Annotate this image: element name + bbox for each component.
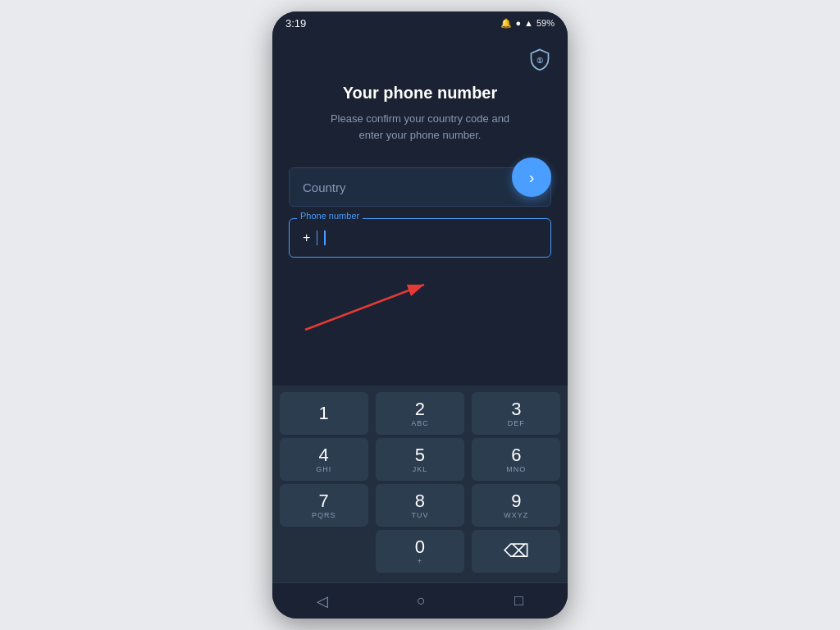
numpad-key-9[interactable]: 9WXYZ — [472, 484, 560, 527]
key-main-label: ⌫ — [504, 542, 529, 560]
key-sub-label: WXYZ — [504, 511, 528, 519]
numpad-key-7[interactable]: 7PQRS — [280, 484, 368, 527]
key-sub-label: GHI — [316, 465, 331, 473]
nav-bar: ◁ ○ □ — [272, 582, 568, 619]
key-main-label: 4 — [319, 446, 329, 464]
page-subtitle: Please confirm your country code and ent… — [322, 111, 518, 143]
wifi-icon: ● — [515, 18, 521, 28]
numpad-key-0[interactable]: 0+ — [376, 530, 464, 573]
key-main-label: 1 — [319, 404, 329, 422]
numpad-row-3: 0+⌫ — [276, 530, 564, 573]
numpad-row-0: 12ABC3DEF — [276, 392, 564, 435]
numpad: 12ABC3DEF4GHI5JKL6MNO7PQRS8TUV9WXYZ0+⌫ — [272, 386, 568, 582]
annotation-arrow — [297, 272, 461, 341]
numpad-key-6[interactable]: 6MNO — [472, 438, 560, 481]
key-main-label: 8 — [415, 492, 425, 510]
status-icons: 🔔 ● ▲ 59% — [500, 18, 555, 29]
numpad-key-3[interactable]: 3DEF — [472, 392, 560, 435]
numpad-row-1: 4GHI5JKL6MNO — [276, 438, 564, 481]
country-label: Country — [303, 180, 346, 194]
numpad-key-empty — [280, 530, 368, 573]
status-bar: 3:19 🔔 ● ▲ 59% — [272, 11, 568, 34]
key-main-label: 3 — [511, 400, 521, 418]
key-sub-label: DEF — [508, 419, 525, 427]
phone-number-field[interactable]: + — [289, 218, 551, 258]
next-arrow-icon: › — [529, 168, 535, 187]
phone-number-label: Phone number — [297, 211, 363, 221]
signal-icon: ▲ — [524, 18, 533, 28]
numpad-key-8[interactable]: 8TUV — [376, 484, 464, 527]
key-main-label: 5 — [415, 446, 425, 464]
back-nav-icon[interactable]: ◁ — [317, 592, 328, 610]
recent-nav-icon[interactable]: □ — [514, 592, 523, 609]
phone-number-container: Phone number + — [289, 218, 551, 258]
key-sub-label: PQRS — [312, 511, 336, 519]
numpad-key-4[interactable]: 4GHI — [280, 438, 368, 481]
key-sub-label: JKL — [413, 465, 428, 473]
battery-text: 59% — [536, 18, 555, 28]
key-main-label: 7 — [319, 492, 329, 510]
numpad-row-2: 7PQRS8TUV9WXYZ — [276, 484, 564, 527]
numpad-key-⌫[interactable]: ⌫ — [472, 530, 560, 573]
numpad-key-5[interactable]: 5JKL — [376, 438, 464, 481]
page-title: Your phone number — [343, 84, 498, 103]
phone-plus-sign: + — [303, 231, 310, 245]
numpad-key-1[interactable]: 1 — [280, 392, 368, 435]
svg-line-2 — [305, 285, 424, 330]
home-nav-icon[interactable]: ○ — [417, 592, 426, 609]
key-main-label: 6 — [511, 446, 521, 464]
alarm-icon: 🔔 — [500, 18, 512, 29]
status-time: 3:19 — [285, 17, 306, 30]
phone-frame: 3:19 🔔 ● ▲ 59% ① Your phone number Pleas… — [272, 11, 568, 619]
phone-cursor — [324, 231, 326, 245]
key-sub-label: MNO — [506, 465, 526, 473]
key-sub-label: + — [418, 557, 422, 565]
key-sub-label: TUV — [411, 511, 428, 519]
next-button[interactable]: › — [512, 158, 551, 197]
key-sub-label: ABC — [411, 419, 429, 427]
key-main-label: 9 — [511, 492, 521, 510]
key-main-label: 2 — [415, 400, 425, 418]
key-main-label: 0 — [415, 538, 425, 556]
main-content: Your phone number Please confirm your co… — [272, 34, 568, 386]
phone-divider — [317, 231, 317, 245]
numpad-key-2[interactable]: 2ABC — [376, 392, 464, 435]
